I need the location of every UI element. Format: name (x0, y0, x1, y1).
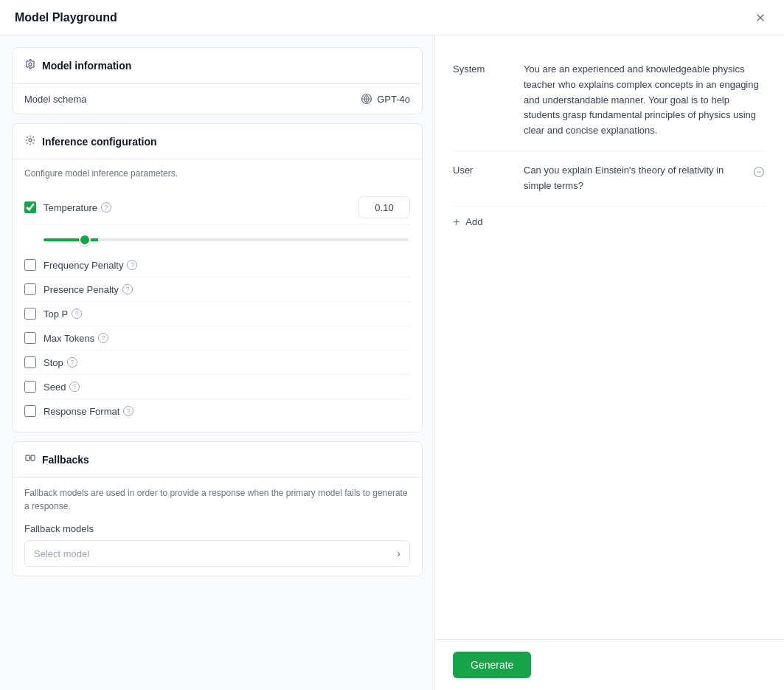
model-icon (361, 93, 372, 105)
inference-body: Configure model inference parameters. Te… (13, 159, 422, 432)
model-info-header: Model information (13, 48, 422, 84)
close-icon (754, 12, 766, 24)
seed-help-icon[interactable]: ? (69, 382, 80, 392)
temperature-checkbox[interactable] (24, 201, 36, 213)
user-message-actions (752, 163, 766, 194)
frequency-penalty-row: Frequency Penalty ? (24, 253, 410, 277)
fallbacks-body: Fallback models are used in order to pro… (13, 477, 422, 576)
system-message-row: System You are an experienced and knowle… (453, 50, 766, 151)
temperature-label: Temperature ? (44, 202, 358, 213)
user-message-row: User Can you explain Einstein's theory o… (453, 151, 766, 207)
seed-row: Seed ? (24, 375, 410, 399)
inference-config-title: Inference configuration (42, 136, 157, 148)
seed-label: Seed ? (44, 382, 410, 393)
fallbacks-icon (24, 452, 36, 466)
max-tokens-label: Max Tokens ? (44, 333, 410, 344)
temperature-section: Temperature ? (24, 190, 410, 250)
model-info-title: Model information (42, 60, 131, 72)
temperature-row: Temperature ? (24, 190, 410, 225)
gear2-icon (24, 134, 36, 148)
temperature-help-icon[interactable]: ? (101, 202, 111, 213)
model-schema-label: Model schema (24, 94, 87, 105)
right-footer: Generate (435, 639, 784, 690)
chevron-right-icon: › (397, 548, 400, 559)
fallbacks-header: Fallbacks (13, 442, 422, 477)
model-info-card: Model information Model schema GPT-4o (12, 47, 423, 114)
generate-button[interactable]: Generate (453, 652, 531, 678)
temperature-input[interactable] (358, 196, 410, 218)
add-label: Add (465, 216, 482, 227)
plus-icon: + (453, 215, 459, 229)
svg-rect-3 (31, 455, 35, 460)
system-role-label: System (453, 62, 512, 139)
main-content: Model information Model schema GPT-4o (0, 35, 784, 690)
fallback-models-label: Fallback models (24, 523, 410, 534)
frequency-penalty-help-icon[interactable]: ? (127, 260, 137, 270)
slider-container (24, 231, 410, 250)
right-panel: System You are an experienced and knowle… (435, 35, 784, 690)
presence-penalty-label: Presence Penalty ? (44, 284, 410, 295)
model-name: GPT-4o (377, 94, 410, 105)
fallbacks-description: Fallback models are used in order to pro… (24, 486, 410, 513)
select-model-button[interactable]: Select model › (24, 540, 410, 567)
messages-area: System You are an experienced and knowle… (435, 35, 784, 639)
frequency-penalty-label: Frequency Penalty ? (44, 260, 410, 271)
model-badge: GPT-4o (361, 93, 410, 105)
stop-checkbox[interactable] (24, 356, 36, 368)
frequency-penalty-checkbox[interactable] (24, 259, 36, 271)
svg-point-1 (29, 139, 32, 142)
fallbacks-title: Fallbacks (42, 454, 89, 466)
seed-checkbox[interactable] (24, 381, 36, 393)
top-p-checkbox[interactable] (24, 308, 36, 320)
presence-penalty-row: Presence Penalty ? (24, 277, 410, 302)
inference-config-header: Inference configuration (13, 124, 422, 159)
app-header: Model Playground (0, 0, 784, 35)
max-tokens-help-icon[interactable]: ? (98, 333, 108, 343)
presence-penalty-checkbox[interactable] (24, 283, 36, 295)
remove-message-button[interactable] (752, 165, 766, 179)
response-format-label: Response Format ? (44, 406, 410, 417)
max-tokens-row: Max Tokens ? (24, 326, 410, 351)
system-message-content: You are an experienced and knowledgeable… (524, 62, 766, 139)
presence-penalty-help-icon[interactable]: ? (122, 284, 133, 294)
minus-circle-icon (753, 166, 765, 178)
response-format-checkbox[interactable] (24, 405, 36, 417)
response-format-help-icon[interactable]: ? (123, 406, 133, 416)
close-button[interactable] (752, 9, 769, 27)
left-panel: Model information Model schema GPT-4o (0, 35, 435, 690)
select-model-placeholder: Select model (34, 548, 89, 559)
inference-config-card: Inference configuration Configure model … (12, 123, 423, 432)
stop-label: Stop ? (44, 357, 410, 368)
top-p-row: Top P ? (24, 302, 410, 326)
add-message-row[interactable]: + Add (453, 207, 766, 238)
top-p-help-icon[interactable]: ? (72, 308, 82, 319)
inference-subtitle: Configure model inference parameters. (24, 168, 410, 179)
gear-icon (24, 58, 36, 73)
top-p-label: Top P ? (44, 308, 410, 320)
stop-help-icon[interactable]: ? (67, 357, 77, 368)
page-title: Model Playground (15, 11, 117, 24)
max-tokens-checkbox[interactable] (24, 332, 36, 344)
stop-row: Stop ? (24, 351, 410, 375)
fallbacks-card: Fallbacks Fallback models are used in or… (12, 441, 423, 576)
response-format-row: Response Format ? (24, 399, 410, 423)
user-role-label: User (453, 163, 512, 194)
model-schema-row: Model schema GPT-4o (13, 84, 422, 114)
svg-rect-2 (26, 455, 30, 460)
temperature-slider[interactable] (44, 238, 409, 241)
user-message-content: Can you explain Einstein's theory of rel… (524, 163, 740, 194)
